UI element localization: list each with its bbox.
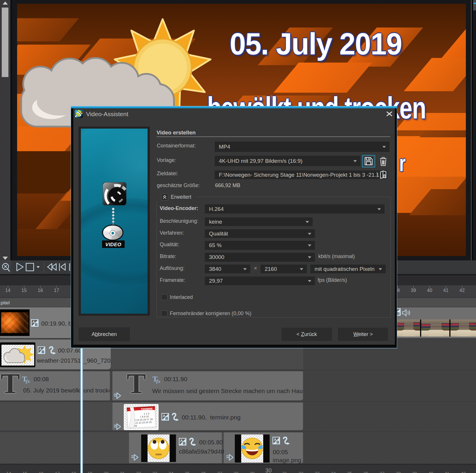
svg-text:VIDEO: VIDEO	[105, 242, 121, 247]
svg-text:TERMINE: TERMINE	[141, 407, 153, 411]
